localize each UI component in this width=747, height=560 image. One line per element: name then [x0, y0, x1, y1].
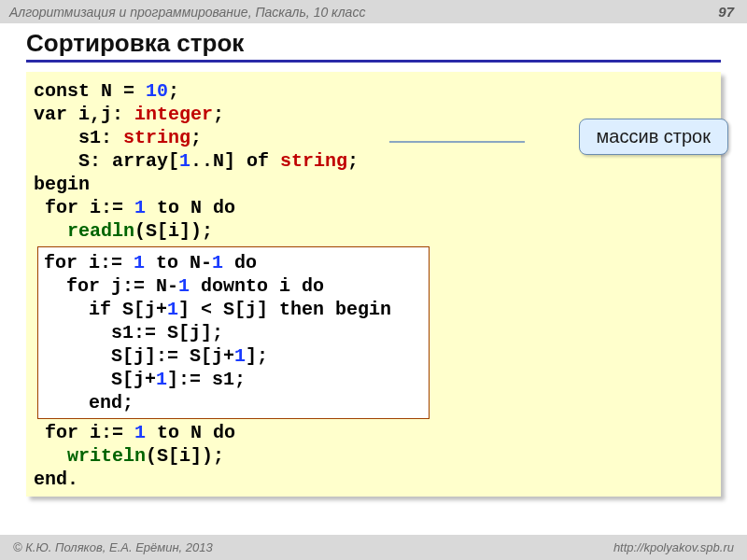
code-line: writeln(S[i]);	[34, 444, 713, 468]
code-line: for j:= N-1 downto i do	[44, 274, 423, 298]
page-number: 97	[718, 4, 734, 20]
callout-text: массив строк	[597, 126, 711, 147]
sort-block: for i:= 1 to N-1 do for j:= N-1 downto i…	[37, 246, 430, 419]
course-label: Алгоритмизация и программирование, Паска…	[9, 5, 365, 20]
title-area: Сортировка строк	[0, 23, 747, 64]
code-line: for i:= 1 to N do	[34, 421, 713, 444]
code-line: begin	[34, 173, 713, 196]
copyright: © К.Ю. Поляков, Е.А. Ерёмин, 2013	[13, 540, 213, 554]
footer-url: http://kpolyakov.spb.ru	[613, 540, 734, 554]
slide-title: Сортировка строк	[26, 29, 721, 63]
callout: массив строк	[579, 119, 728, 155]
code-line: end;	[44, 391, 423, 414]
footer: © К.Ю. Поляков, Е.А. Ерёмин, 2013 http:/…	[0, 535, 747, 560]
code-line: for i:= 1 to N do	[34, 196, 713, 219]
code-line: S[j+1]:= s1;	[44, 368, 423, 391]
header: Алгоритмизация и программирование, Паска…	[0, 0, 747, 23]
content: массив строк const N = 10; var i,j: inte…	[0, 64, 747, 497]
code-box: массив строк const N = 10; var i,j: inte…	[26, 72, 721, 497]
code-line: if S[j+1] < S[j] then begin	[44, 298, 423, 321]
callout-connector	[389, 141, 525, 143]
code-line: end.	[34, 468, 713, 491]
code-line: S[j]:= S[j+1];	[44, 344, 423, 368]
code-line: readln(S[i]);	[34, 219, 713, 243]
code-line: const N = 10;	[34, 79, 713, 103]
code-line: s1:= S[j];	[44, 321, 423, 344]
code-line: for i:= 1 to N-1 do	[44, 251, 423, 274]
